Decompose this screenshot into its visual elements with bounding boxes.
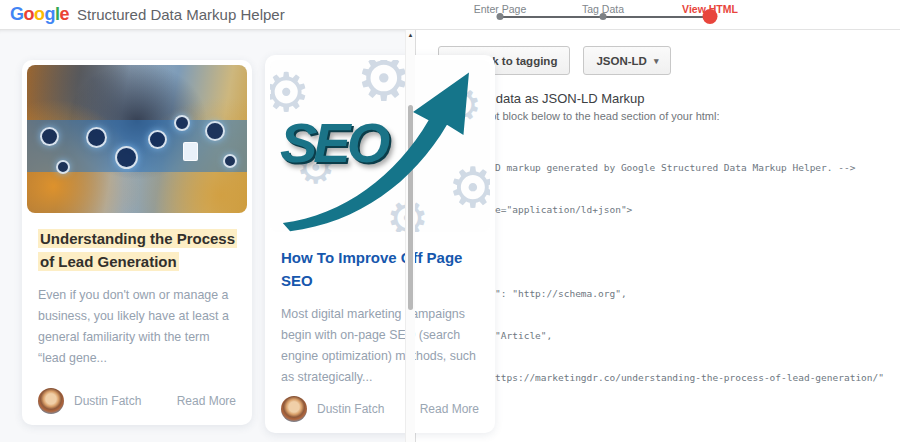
article-footer: Dustin Fatch Read More	[281, 396, 479, 422]
article-title[interactable]: How To Improve Off Page SEO	[281, 246, 479, 293]
logo-letter: e	[60, 4, 70, 25]
collage-tablet-icon	[183, 142, 198, 161]
step-dot	[600, 13, 607, 20]
step-dot-active	[703, 9, 718, 24]
article-card-off-page-seo: ⚙ ⚙ ⚙ ⚙ ⚙ ⚙ SEO How To Improve Off Page …	[265, 55, 495, 433]
code-line: "@type": "Article",	[432, 329, 884, 343]
code-line: }	[432, 413, 884, 427]
article-footer: Dustin Fatch Read More	[38, 388, 236, 414]
main-area: Understanding the Process of Lead Genera…	[0, 30, 900, 442]
scroll-up-arrow-icon[interactable]: ▲	[406, 32, 416, 38]
article-excerpt[interactable]: Even if you don't own or manage a busine…	[38, 285, 236, 370]
read-more-link[interactable]: Read More	[177, 394, 236, 408]
code-line: <script type="application/ld+json">	[432, 203, 884, 217]
page-title: Structured Data Markup Helper	[77, 6, 285, 23]
code-line: "@context": "http://schema.org",	[432, 287, 884, 301]
generated-code-block: <!-- JSON-LD markup generated by Google …	[432, 133, 884, 442]
article-image-collage	[27, 65, 247, 213]
seo-image-text: SEO	[280, 110, 386, 175]
author-avatar	[38, 388, 64, 414]
markup-heading: Structured data as JSON-LD Markup	[432, 91, 884, 106]
logo-letter: o	[24, 4, 35, 25]
step-tag-data: Tag Data	[568, 0, 638, 15]
collage-icon-circle	[56, 160, 70, 174]
code-line: <!-- JSON-LD markup generated by Google …	[432, 161, 884, 175]
app-header: G o o g l e Structured Data Markup Helpe…	[0, 0, 900, 30]
step-dot	[497, 13, 504, 20]
code-line: "url": "https://marketingdr.co/understan…	[432, 371, 884, 385]
step-enter-page: Enter Page	[465, 0, 535, 15]
logo-letter: g	[45, 4, 56, 25]
article-image-seo: ⚙ ⚙ ⚙ ⚙ ⚙ ⚙ SEO	[270, 60, 490, 232]
article-title: Understanding the Process of Lead Genera…	[38, 227, 236, 274]
page-preview-pane: Understanding the Process of Lead Genera…	[0, 30, 405, 442]
author-avatar	[281, 396, 307, 422]
logo-letter: o	[34, 4, 45, 25]
tagged-article-title[interactable]: Understanding the Process of Lead Genera…	[38, 229, 237, 271]
google-logo: G o o g l e Structured Data Markup Helpe…	[10, 4, 285, 25]
format-selector-dropdown[interactable]: JSON-LD ▾	[583, 46, 671, 75]
markup-instructions: Add the script block below to the head s…	[432, 110, 884, 122]
code-line: {	[432, 245, 884, 259]
article-excerpt[interactable]: Most digital marketing campaigns begin w…	[281, 304, 479, 389]
progress-stepper: Enter Page Tag Data View HTML	[478, 0, 733, 30]
collage-icon-circle	[223, 154, 237, 168]
collage-icon-circle	[148, 130, 167, 149]
format-selector-label: JSON-LD	[596, 55, 646, 67]
read-more-link[interactable]: Read More	[420, 402, 479, 416]
author-name[interactable]: Dustin Fatch	[317, 402, 384, 416]
chevron-down-icon: ▾	[654, 56, 659, 66]
step-view-html: View HTML	[675, 0, 745, 15]
logo-letter: G	[10, 4, 24, 25]
author-name[interactable]: Dustin Fatch	[74, 394, 141, 408]
markup-toolbar: ← Back to tagging JSON-LD ▾	[432, 38, 884, 77]
article-card-lead-generation: Understanding the Process of Lead Genera…	[22, 60, 252, 425]
